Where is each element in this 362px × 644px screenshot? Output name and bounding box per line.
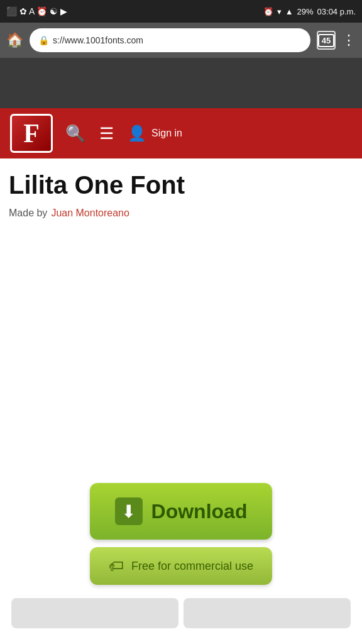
browser-chrome: 🏠 🔒 s://www.1001fonts.com 45 ⋮ xyxy=(0,23,362,58)
search-button[interactable]: 🔍 xyxy=(65,124,85,143)
url-bar[interactable]: 🔒 s://www.1001fonts.com xyxy=(30,28,310,52)
more-options-icon: ⋮ xyxy=(342,32,356,48)
arrow-down-icon: ⬇ xyxy=(121,501,136,522)
tab-count-label: 45 xyxy=(318,34,334,47)
download-button[interactable]: ⬇ Download xyxy=(90,483,272,540)
bottom-bar-item-1 xyxy=(11,598,178,628)
download-label: Download xyxy=(151,500,248,523)
site-logo[interactable]: F xyxy=(10,114,53,153)
search-icon: 🔍 xyxy=(65,124,85,143)
browser-menu-button[interactable]: ⋮ xyxy=(342,32,356,48)
made-by: Made by Juan Montoreano xyxy=(9,208,353,219)
lock-icon: 🔒 xyxy=(38,35,49,45)
wifi-icon: ▾ xyxy=(277,7,282,16)
url-text[interactable]: s://www.1001fonts.com xyxy=(53,35,302,45)
status-bar: ⬛ ✿ A ⏰ ☯ ▶ ⏰ ▾ ▲ 29% 03:04 p.m. xyxy=(0,0,362,23)
bottom-bar-item-2 xyxy=(184,598,351,628)
notification-icons: ⬛ ✿ A ⏰ ☯ ▶ xyxy=(6,6,67,16)
main-content: Lilita One Font Made by Juan Montoreano xyxy=(0,158,362,231)
commercial-label: Free for commercial use xyxy=(131,560,253,573)
battery-level: 29% xyxy=(297,7,314,16)
signal-icon: ▲ xyxy=(285,7,293,16)
tab-count-button[interactable]: 45 xyxy=(317,31,336,50)
hamburger-icon: ☰ xyxy=(99,124,114,143)
font-preview-area xyxy=(0,231,362,470)
download-section: ⬇ Download 🏷 Free for commercial use xyxy=(0,470,362,597)
font-title: Lilita One Font xyxy=(9,171,353,199)
signin-label: Sign in xyxy=(151,128,182,139)
price-tag-icon: 🏷 xyxy=(109,557,124,575)
user-icon: 👤 xyxy=(128,125,146,142)
site-header: F 🔍 ☰ 👤 Sign in xyxy=(0,108,362,158)
status-right-info: ⏰ ▾ ▲ 29% 03:04 p.m. xyxy=(263,7,356,16)
menu-button[interactable]: ☰ xyxy=(99,124,114,143)
logo-letter: F xyxy=(23,118,40,148)
made-by-label: Made by xyxy=(9,208,47,219)
clock: 03:04 p.m. xyxy=(317,7,356,16)
bottom-bar xyxy=(0,597,362,629)
ad-banner xyxy=(0,58,362,108)
signin-button[interactable]: 👤 Sign in xyxy=(128,125,182,142)
download-arrow-icon: ⬇ xyxy=(115,497,143,525)
home-button[interactable]: 🏠 xyxy=(6,32,23,48)
home-icon: 🏠 xyxy=(6,32,23,48)
site-nav: 🔍 ☰ 👤 Sign in xyxy=(65,124,352,143)
alarm-icon: ⏰ xyxy=(263,7,273,16)
author-link[interactable]: Juan Montoreano xyxy=(51,208,129,219)
status-left-icons: ⬛ ✿ A ⏰ ☯ ▶ xyxy=(6,6,67,16)
commercial-use-button[interactable]: 🏷 Free for commercial use xyxy=(90,547,272,585)
